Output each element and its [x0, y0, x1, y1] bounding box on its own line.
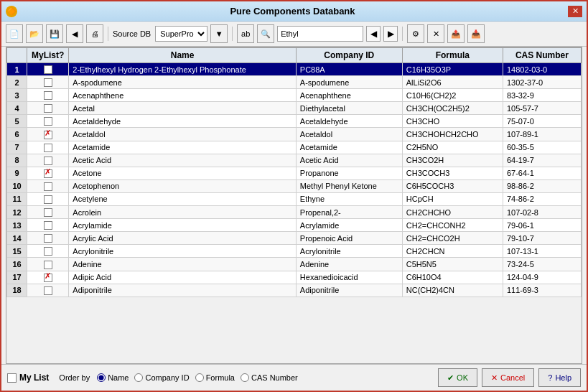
ok-button[interactable]: ✔ OK	[438, 368, 477, 387]
cas-number: 111-69-3	[503, 284, 581, 297]
cas-number: 74-86-2	[503, 192, 581, 205]
mylist-cell[interactable]	[27, 141, 69, 154]
mylist-filter-label[interactable]: My List	[7, 373, 49, 383]
table-row[interactable]: 18AdiponitrileAdiponitrileNC(CH2)4CN111-…	[7, 284, 582, 297]
component-name: Adipic Acid	[69, 271, 297, 284]
cas-number: 64-19-7	[503, 154, 581, 167]
mylist-cell[interactable]	[27, 115, 69, 128]
mylist-cell[interactable]: ✗	[27, 167, 69, 179]
cas-number: 98-86-2	[503, 179, 581, 192]
table-row[interactable]: 2A-spodumeneA-spodumeneAlLiSi2O61302-37-…	[7, 76, 582, 89]
table-row[interactable]: 7AcetamideAcetamideC2H5NO60-35-5	[7, 141, 582, 154]
window-title: Pure Components Databank	[17, 6, 568, 17]
row-number: 9	[7, 167, 27, 179]
save-button[interactable]: 💾	[46, 24, 63, 43]
company-id: Propenoic Acid	[296, 232, 402, 245]
component-name: Acrolein	[69, 206, 297, 219]
cas-number: 73-24-5	[503, 258, 581, 271]
formula: CH3CH(OC2H5)2	[402, 102, 503, 115]
search-icon-btn[interactable]: 🔍	[257, 24, 274, 43]
formula: C10H6(CH2)2	[402, 89, 503, 102]
settings-button[interactable]: ⚙	[407, 24, 424, 43]
mylist-cell[interactable]	[27, 192, 69, 205]
table-row[interactable]: 17✗Adipic AcidHexanedioicacidC6H10O4124-…	[7, 271, 582, 284]
formula: CH2=CHCO2H	[402, 232, 503, 245]
footer-buttons: ✔ OK ✕ Cancel ? Help	[438, 368, 581, 387]
table-row[interactable]: 8Acetic AcidAcetic AcidCH3CO2H64-19-7	[7, 154, 582, 167]
table-row[interactable]: 12-Ethylhexyl Hydrogen 2-Ethylhexyl Phos…	[7, 63, 582, 76]
print-button[interactable]: 🖨	[86, 24, 103, 43]
mylist-cell[interactable]	[27, 154, 69, 167]
table-row[interactable]: 15AcrylonitrileAcrylonitrileCH2CHCN107-1…	[7, 245, 582, 258]
mylist-checkbox[interactable]	[7, 373, 17, 383]
formula: HCpCH	[402, 192, 503, 205]
table-row[interactable]: 9✗AcetonePropanoneCH3COCH367-64-1	[7, 167, 582, 179]
cancel-button[interactable]: ✕ Cancel	[482, 368, 534, 387]
help-button[interactable]: ? Help	[538, 368, 581, 387]
radio-cas[interactable]: CAS Number	[241, 373, 298, 382]
mylist-cell[interactable]	[27, 76, 69, 89]
next-nav-btn[interactable]: ▶	[383, 26, 398, 42]
company-id: Acetaldol	[296, 128, 402, 141]
mylist-cell[interactable]: ✗	[27, 271, 69, 284]
mylist-cell[interactable]	[27, 245, 69, 258]
search-input[interactable]	[277, 26, 363, 42]
separator-3	[402, 27, 403, 41]
cas-number: 105-57-7	[503, 102, 581, 115]
delete-button[interactable]: ✕	[427, 24, 444, 43]
component-name: Adiponitrile	[69, 284, 297, 297]
table-scroll-area[interactable]: MyList? Name Company ID Formula CAS Numb…	[6, 47, 582, 363]
col-header-name[interactable]: Name	[69, 48, 297, 63]
radio-formula[interactable]: Formula	[195, 373, 235, 382]
new-button[interactable]: 📄	[6, 24, 23, 43]
table-row[interactable]: 4AcetalDiethylacetalCH3CH(OC2H5)2105-57-…	[7, 102, 582, 115]
component-name: Acrylonitrile	[69, 245, 297, 258]
ok-label: OK	[457, 373, 468, 382]
export-button[interactable]: 📤	[447, 24, 465, 43]
close-button[interactable]: ✕	[568, 6, 582, 17]
mylist-cell[interactable]	[27, 63, 69, 76]
prev-nav-btn[interactable]: ◀	[366, 26, 381, 42]
import-button[interactable]: 📥	[467, 24, 485, 43]
table-row[interactable]: 10AcetophenonMethyl Phenyl KetoneC6H5COC…	[7, 179, 582, 192]
table-row[interactable]: 11AcetyleneEthyneHCpCH74-86-2	[7, 192, 582, 205]
table-row[interactable]: 12AcroleinPropenal,2-CH2CHCHO107-02-8	[7, 206, 582, 219]
col-header-company-id[interactable]: Company ID	[296, 48, 402, 63]
component-name: Acetone	[69, 167, 297, 179]
table-row[interactable]: 16AdenineAdenineC5H5N573-24-5	[7, 258, 582, 271]
table-row[interactable]: 5AcetaldehydeAcetaldehydeCH3CHO75-07-0	[7, 115, 582, 128]
source-dropdown-btn[interactable]: ▼	[210, 24, 228, 43]
component-name: Acetaldehyde	[69, 115, 297, 128]
mylist-cell[interactable]	[27, 258, 69, 271]
mylist-cell[interactable]	[27, 179, 69, 192]
col-header-formula[interactable]: Formula	[402, 48, 503, 63]
component-name: Acetamide	[69, 141, 297, 154]
mylist-cell[interactable]	[27, 219, 69, 232]
ab-button[interactable]: ab	[237, 24, 254, 43]
table-row[interactable]: 3AcenaphtheneAcenaphtheneC10H6(CH2)283-3…	[7, 89, 582, 102]
mylist-cell[interactable]	[27, 102, 69, 115]
radio-company-id[interactable]: Company ID	[134, 373, 189, 382]
row-number: 5	[7, 115, 27, 128]
company-id: PC88A	[296, 63, 402, 76]
table-row[interactable]: 13AcrylamideAcrylamideCH2=CHCONH279-06-1	[7, 219, 582, 232]
cas-number: 107-02-8	[503, 206, 581, 219]
radio-name[interactable]: Name	[97, 373, 129, 382]
mylist-cell[interactable]	[27, 89, 69, 102]
mylist-cell[interactable]	[27, 206, 69, 219]
mylist-cell[interactable]	[27, 284, 69, 297]
company-id: Adenine	[296, 258, 402, 271]
col-header-cas[interactable]: CAS Number	[503, 48, 581, 63]
table-row[interactable]: 14Acrylic AcidPropenoic AcidCH2=CHCO2H79…	[7, 232, 582, 245]
source-db-select[interactable]: SuperPro User	[155, 26, 207, 42]
help-question-icon: ?	[548, 373, 552, 382]
component-name: Acrylic Acid	[69, 232, 297, 245]
company-id: Propenal,2-	[296, 206, 402, 219]
open-button[interactable]: 📂	[26, 24, 43, 43]
table-row[interactable]: 6✗AcetaldolAcetaldolCH3CHOHCH2CHO107-89-…	[7, 128, 582, 141]
company-id: Acetamide	[296, 141, 402, 154]
mylist-cell[interactable]	[27, 232, 69, 245]
formula: CH2CHCN	[402, 245, 503, 258]
mylist-cell[interactable]: ✗	[27, 128, 69, 141]
back-button[interactable]: ◀	[66, 24, 83, 43]
